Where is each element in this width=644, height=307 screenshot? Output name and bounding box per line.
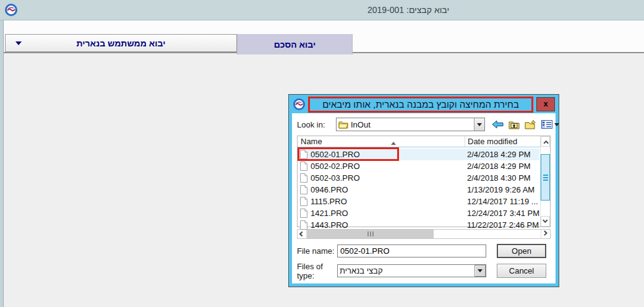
file-row[interactable]: 0946.PRO 1/13/2019 9:26 AM [298,184,539,196]
file-open-dialog: בחירת המחיצה וקובץ במבנה בנארית, אותו מי… [288,94,559,287]
file-date-modified: 12/14/2017 11:19 ... [465,197,539,206]
document-icon [300,185,307,194]
horizontal-scrollbar-thumb[interactable] [307,230,434,238]
document-icon [300,162,307,171]
look-in-value: InOut [350,120,474,129]
scroll-down-button[interactable] [541,216,550,227]
file-date-modified: 12/24/2017 3:41 PM [465,209,539,218]
scroll-right-button[interactable] [541,230,550,238]
main-titlebar: יבוא קבצים: 2019-001 [0,0,644,20]
chevron-down-icon [543,217,547,222]
file-list: Name Date modified 0502-01.PRO 2 [297,136,551,227]
file-date-modified: 2/4/2018 4:29 PM [465,162,539,171]
document-icon [300,220,307,230]
look-in-label: Look in: [297,120,336,129]
file-name: 1115.PRO [311,197,465,206]
file-name: 0502-02.PRO [311,162,465,171]
file-date-modified: 2/4/2018 4:30 PM [465,173,539,183]
look-in-dropdown-button[interactable] [474,118,484,131]
column-header-name[interactable]: Name [298,137,465,146]
files-of-type-value: קבצי בנארית [338,266,474,275]
app-logo-icon [5,4,17,16]
page-title: יבוא קבצים: 2019-001 [367,5,449,15]
horizontal-scrollbar-track[interactable] [434,230,541,238]
chevron-left-icon [299,231,304,236]
vertical-scrollbar[interactable] [540,136,550,227]
column-header-date-modified[interactable]: Date modified [465,137,540,146]
chevron-down-icon[interactable] [15,41,22,48]
look-in-combobox[interactable]: InOut [336,118,485,131]
open-button[interactable]: Open [497,244,546,258]
back-arrow-icon [492,120,504,129]
cancel-button[interactable]: Cancel [497,264,546,278]
dropdown-arrow-icon [478,269,483,275]
file-name: 0502-03.PRO [311,173,465,183]
tab-import-from-benarit-user[interactable]: יבוא ממשתמש בנארית [5,34,237,52]
close-button[interactable]: x [536,97,555,111]
tab-label: יבוא הסכם [274,40,316,50]
file-name: 0946.PRO [311,185,465,194]
vertical-scrollbar-thumb[interactable] [541,154,550,201]
scroll-up-button[interactable] [541,136,550,147]
sort-ascending-icon [391,139,396,145]
file-name-label: File name: [297,246,337,256]
chevron-up-icon [543,140,548,145]
up-one-level-icon [509,120,520,129]
dialog-title-annotation-red-box: בחירת המחיצה וקובץ במבנה בנארית, אותו מי… [308,97,533,113]
view-menu-button[interactable] [541,120,559,129]
file-row[interactable]: 1443.PRO 11/22/2017 2:46 PM [298,219,539,231]
document-icon [300,173,307,183]
tab-label: יבוא ממשתמש בנארית [77,38,166,48]
dropdown-arrow-icon [477,123,482,129]
files-of-type-combobox[interactable]: קבצי בנארית [337,264,486,277]
dialog-body: Look in: InOut [292,113,556,283]
file-name: 0502-01.PRO [311,150,465,159]
window-left-frame [0,20,4,307]
list-header: Name Date modified [298,136,540,147]
new-folder-icon [525,119,536,129]
new-folder-button[interactable] [525,119,536,129]
dialog-titlebar: בחירת המחיצה וקובץ במבנה בנארית, אותו מי… [292,95,556,113]
view-menu-icon [541,120,552,129]
files-of-type-dropdown-button[interactable] [474,265,486,277]
files-of-type-label: Files of type: [297,262,337,280]
file-row[interactable]: 0502-01.PRO 2/4/2018 4:29 PM [298,149,539,160]
back-button[interactable] [492,120,504,129]
benarit-logo-icon [293,98,305,110]
file-row[interactable]: 0502-03.PRO 2/4/2018 4:30 PM [298,172,539,184]
folder-icon [338,121,348,129]
document-icon [300,209,307,218]
up-one-level-button[interactable] [509,120,520,129]
tab-strip: יבוא ממשתמש בנארית יבוא הסכם [0,20,644,53]
file-rows: 0502-01.PRO 2/4/2018 4:29 PM 0502-02.PRO… [298,147,550,231]
dropdown-arrow-icon [554,123,559,129]
document-icon [300,197,307,206]
file-date-modified: 1/13/2019 9:26 AM [465,185,539,194]
scroll-left-button[interactable] [298,230,307,238]
file-row[interactable]: 0502-02.PRO 2/4/2018 4:29 PM [298,160,539,172]
file-name-input[interactable] [337,244,486,257]
file-name: 1421.PRO [311,209,465,218]
dialog-toolbar [492,119,559,129]
chevron-right-icon [542,230,547,235]
file-row[interactable]: 1421.PRO 12/24/2017 3:41 PM [298,207,539,219]
tab-import-agreement[interactable]: יבוא הסכם [237,34,353,54]
file-name: 1443.PRO [311,220,465,230]
document-icon [300,150,307,159]
file-date-modified: 2/4/2018 4:29 PM [465,150,539,159]
file-date-modified: 11/22/2017 2:46 PM [465,220,539,230]
file-row[interactable]: 1115.PRO 12/14/2017 11:19 ... [298,196,539,207]
